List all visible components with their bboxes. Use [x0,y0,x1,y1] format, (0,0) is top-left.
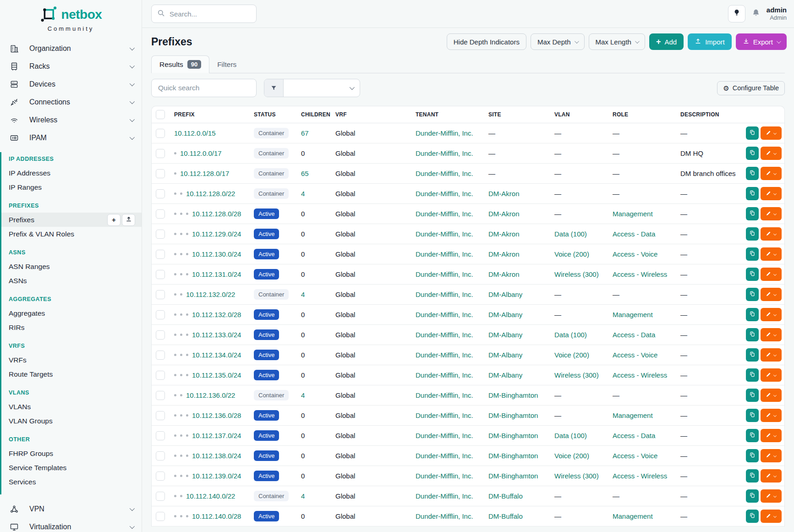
sidebar-item-ip-ranges[interactable]: IP Ranges [1,180,142,194]
edit-button[interactable] [761,409,782,422]
clone-button[interactable] [746,469,759,483]
role-link[interactable]: Management [613,210,653,218]
prefix-link[interactable]: 10.112.133.0/24 [192,331,241,339]
max-length-button[interactable]: Max Length [589,33,645,50]
row-checkbox[interactable] [156,512,165,521]
row-checkbox[interactable] [156,431,165,440]
clone-button[interactable] [746,489,759,503]
clone-button[interactable] [746,429,759,442]
tenant-link[interactable]: Dunder-Mifflin, Inc. [416,371,473,379]
sidebar-item-prefixes[interactable]: Prefixes + [1,213,142,227]
clone-button[interactable] [746,368,759,382]
tenant-link[interactable]: Dunder-Mifflin, Inc. [416,311,473,318]
edit-button[interactable] [761,489,782,503]
tab-filters[interactable]: Filters [209,56,244,73]
role-link[interactable]: Management [613,311,653,318]
row-checkbox[interactable] [156,290,165,299]
edit-button[interactable] [761,389,782,402]
clone-button[interactable] [746,389,759,402]
edit-button[interactable] [761,328,782,341]
tenant-link[interactable]: Dunder-Mifflin, Inc. [416,210,473,218]
role-link[interactable]: Access - Wireless [613,270,667,278]
configure-table-button[interactable]: ⚙ Configure Table [717,81,785,95]
row-checkbox[interactable] [156,391,165,400]
edit-button[interactable] [761,368,782,382]
edit-button[interactable] [761,429,782,442]
column-header-prefix[interactable]: PREFIX [170,111,254,118]
prefix-link[interactable]: 10.112.136.0/28 [192,411,241,419]
clone-button[interactable] [746,268,759,281]
tenant-link[interactable]: Dunder-Mifflin, Inc. [416,331,473,339]
vlan-link[interactable]: Voice (200) [554,351,589,359]
site-link[interactable]: DM-Buffalo [488,492,523,500]
site-link[interactable]: DM-Binghamton [488,452,538,460]
children-count-link[interactable]: 65 [301,170,309,177]
tenant-link[interactable]: Dunder-Mifflin, Inc. [416,129,473,137]
global-search[interactable] [151,5,257,23]
vlan-link[interactable]: Voice (200) [554,452,589,460]
sidebar-item-services[interactable]: Services [1,475,142,489]
hide-depth-indicators-button[interactable]: Hide Depth Indicators [447,33,526,50]
vlan-link[interactable]: Wireless (300) [554,270,599,278]
tenant-link[interactable]: Dunder-Mifflin, Inc. [416,170,473,177]
site-link[interactable]: DM-Akron [488,210,520,218]
prefix-link[interactable]: 10.112.138.0/24 [192,452,241,460]
sidebar-item-vlans[interactable]: VLANs [1,400,142,414]
sidebar-item-devices[interactable]: Devices [0,75,142,93]
edit-button[interactable] [761,510,782,523]
export-button[interactable]: Export [736,33,787,50]
site-link[interactable]: DM-Binghamton [488,472,538,480]
select-all-checkbox[interactable] [156,110,165,119]
prefix-link[interactable]: 10.112.139.0/24 [192,472,241,480]
vlan-link[interactable]: Voice (200) [554,250,589,258]
site-link[interactable]: DM-Albany [488,311,522,318]
saved-filter-select[interactable] [284,79,360,97]
quick-add-prefix-button[interactable]: + [107,214,120,226]
edit-button[interactable] [761,207,782,220]
clone-button[interactable] [746,207,759,220]
edit-button[interactable] [761,247,782,261]
children-count-link[interactable]: 67 [301,129,309,137]
search-input[interactable] [170,10,243,18]
tenant-link[interactable]: Dunder-Mifflin, Inc. [416,512,473,520]
user-menu[interactable]: admin Admin [767,6,787,22]
role-link[interactable]: Management [613,411,653,419]
row-checkbox[interactable] [156,371,165,380]
edit-button[interactable] [761,449,782,462]
vlan-link[interactable]: Wireless (300) [554,472,599,480]
row-checkbox[interactable] [156,270,165,279]
row-checkbox[interactable] [156,189,165,198]
tab-results[interactable]: Results 90 [151,55,209,73]
row-checkbox[interactable] [156,230,165,239]
role-link[interactable]: Access - Wireless [613,472,667,480]
tenant-link[interactable]: Dunder-Mifflin, Inc. [416,472,473,480]
sidebar-item-asn-ranges[interactable]: ASN Ranges [1,259,142,274]
prefix-link[interactable]: 10.112.131.0/24 [192,270,241,278]
tenant-link[interactable]: Dunder-Mifflin, Inc. [416,432,473,439]
quick-import-prefix-button[interactable] [122,214,135,226]
sidebar-item-wireless[interactable]: Wireless [0,111,142,129]
prefix-link[interactable]: 10.112.132.0/22 [186,291,235,298]
edit-button[interactable] [761,126,782,140]
column-header-status[interactable]: STATUS [254,111,301,118]
tenant-link[interactable]: Dunder-Mifflin, Inc. [416,492,473,500]
sidebar-item-organization[interactable]: Organization [0,39,142,57]
sidebar-item-asns[interactable]: ASNs [1,274,142,288]
children-count-link[interactable]: 4 [301,391,305,399]
tenant-link[interactable]: Dunder-Mifflin, Inc. [416,190,473,197]
clone-button[interactable] [746,187,759,200]
edit-button[interactable] [761,187,782,200]
row-checkbox[interactable] [156,149,165,158]
site-link[interactable]: DM-Buffalo [488,512,523,520]
edit-button[interactable] [761,147,782,160]
edit-button[interactable] [761,469,782,483]
row-checkbox[interactable] [156,451,165,461]
quick-search-input[interactable] [151,79,257,97]
add-button[interactable]: +Add [649,33,684,50]
prefix-link[interactable]: 10.112.136.0/22 [186,391,235,399]
prefix-link[interactable]: 10.112.130.0/24 [192,250,241,258]
column-header-site[interactable]: SITE [488,111,554,118]
tenant-link[interactable]: Dunder-Mifflin, Inc. [416,291,473,298]
site-link[interactable]: DM-Akron [488,250,520,258]
prefix-link[interactable]: 10.112.0.0/15 [174,129,216,137]
